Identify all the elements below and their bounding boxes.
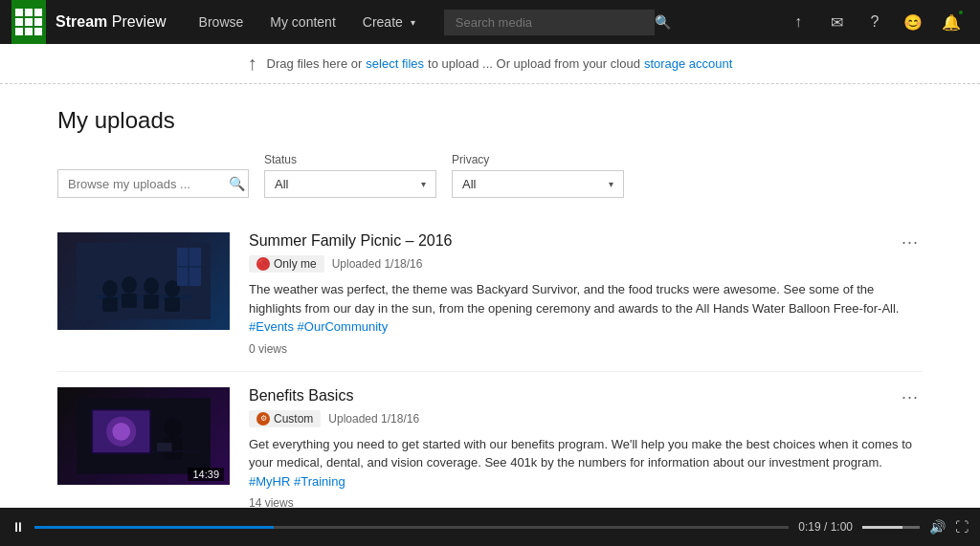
progress-track[interactable] xyxy=(34,526,789,529)
mail-icon-btn[interactable]: ✉ xyxy=(819,5,854,39)
fullscreen-button[interactable]: ⛶ xyxy=(955,519,969,535)
video-tags[interactable]: #Events #OurCommunity xyxy=(249,319,388,334)
chevron-down-icon: ▾ xyxy=(411,17,415,28)
nav-icons: ↑ ✉ ? 😊 🔔 xyxy=(781,5,969,39)
app-brand: Stream Preview xyxy=(56,13,167,31)
volume-fill xyxy=(862,526,902,529)
search-icon: 🔍 xyxy=(655,14,671,30)
video-views: 14 views xyxy=(249,496,923,508)
svg-point-2 xyxy=(102,280,118,297)
status-filter-group: Status All ▾ xyxy=(264,153,436,198)
privacy-badge: 🚫 Only me xyxy=(249,255,324,273)
search-uploads-box[interactable]: 🔍 xyxy=(57,169,249,198)
time-display: 0:19 / 1:00 xyxy=(798,520,853,534)
more-options-button[interactable]: ··· xyxy=(898,387,923,407)
video-tags[interactable]: #MyHR #Training xyxy=(249,474,345,489)
thumbnail-image xyxy=(77,243,211,319)
logo-grid xyxy=(15,9,42,35)
svg-rect-5 xyxy=(122,294,137,308)
play-pause-button[interactable]: ⏸ xyxy=(11,519,25,535)
svg-rect-3 xyxy=(102,297,118,312)
video-info: Summer Family Picnic – 2016 ··· 🚫 Only m… xyxy=(249,232,923,356)
search-bar: 🔍 xyxy=(444,10,766,35)
status-filter-value: All xyxy=(275,177,288,191)
navbar: Stream Preview Browse My content Create … xyxy=(0,0,980,44)
playback-bar: ⏸ 0:19 / 1:00 🔊 ⛶ xyxy=(0,508,980,546)
video-title[interactable]: Benefits Basics xyxy=(249,387,353,404)
svg-rect-9 xyxy=(165,297,180,312)
video-meta: ⚙ Custom Uploaded 1/18/16 xyxy=(249,410,923,427)
video-description: Get everything you need to get started w… xyxy=(249,435,923,491)
storage-account-link[interactable]: storage account xyxy=(644,56,733,71)
notifications-icon-btn[interactable]: 🔔 xyxy=(934,5,969,39)
progress-fill xyxy=(34,526,274,529)
svg-point-6 xyxy=(144,277,159,295)
chevron-down-icon: ▾ xyxy=(609,179,613,189)
video-thumbnail[interactable] xyxy=(57,232,230,330)
privacy-icon: ⚙ xyxy=(256,412,270,426)
main-content: My uploads 🔍 Status All ▾ Privacy All ▾ xyxy=(0,84,980,508)
privacy-filter-group: Privacy All ▾ xyxy=(452,153,624,198)
status-filter-select[interactable]: All ▾ xyxy=(264,170,436,198)
nav-create[interactable]: Create ▾ xyxy=(349,0,429,44)
video-title-row: Summer Family Picnic – 2016 ··· xyxy=(249,232,923,255)
upload-text-2: to upload ... Or upload from your cloud xyxy=(428,56,640,71)
app-logo[interactable] xyxy=(11,0,46,44)
privacy-filter-label: Privacy xyxy=(452,153,624,166)
status-filter-label: Status xyxy=(264,153,436,166)
select-files-link[interactable]: select files xyxy=(366,56,424,71)
svg-rect-21 xyxy=(157,443,172,451)
notification-dot xyxy=(957,9,965,16)
search-uploads-icon: 🔍 xyxy=(229,176,245,191)
privacy-filter-value: All xyxy=(462,177,476,191)
video-item: 14:39 Benefits Basics ··· ⚙ Custom Uploa… xyxy=(57,372,923,509)
upload-banner: ↑ Drag files here or select files to upl… xyxy=(0,44,980,84)
more-options-button[interactable]: ··· xyxy=(898,232,923,252)
upload-icon-btn[interactable]: ↑ xyxy=(781,5,815,39)
nav-my-content[interactable]: My content xyxy=(256,0,348,44)
video-meta: 🚫 Only me Uploaded 1/18/16 xyxy=(249,255,923,273)
chevron-down-icon: ▾ xyxy=(421,179,426,189)
privacy-filter-select[interactable]: All ▾ xyxy=(452,170,624,198)
video-info: Benefits Basics ··· ⚙ Custom Uploaded 1/… xyxy=(249,387,923,509)
search-input[interactable] xyxy=(444,10,655,35)
page-title: My uploads xyxy=(57,107,923,134)
thumbnail-image xyxy=(77,398,211,474)
upload-date: Uploaded 1/18/16 xyxy=(332,257,423,271)
video-thumbnail[interactable]: 14:39 xyxy=(57,387,230,485)
video-title[interactable]: Summer Family Picnic – 2016 xyxy=(249,232,453,250)
upload-text-1: Drag files here or xyxy=(267,56,363,71)
upload-date: Uploaded 1/18/16 xyxy=(328,412,419,426)
svg-rect-7 xyxy=(144,295,159,309)
upload-arrow-icon: ↑ xyxy=(248,53,257,75)
video-description: The weather was perfect, the theme was B… xyxy=(249,280,923,337)
nav-browse[interactable]: Browse xyxy=(186,0,257,44)
privacy-label: Only me xyxy=(274,257,317,271)
video-item: Summer Family Picnic – 2016 ··· 🚫 Only m… xyxy=(57,217,923,372)
emoji-icon-btn[interactable]: 😊 xyxy=(896,5,930,39)
privacy-badge: ⚙ Custom xyxy=(249,410,321,427)
duration-badge: 14:39 xyxy=(188,468,224,481)
privacy-icon: 🚫 xyxy=(256,257,270,271)
svg-point-18 xyxy=(165,418,183,437)
volume-icon[interactable]: 🔊 xyxy=(929,519,946,535)
svg-point-4 xyxy=(122,276,137,294)
filters-row: 🔍 Status All ▾ Privacy All ▾ xyxy=(57,153,923,198)
video-views: 0 views xyxy=(249,342,923,356)
video-list: Summer Family Picnic – 2016 ··· 🚫 Only m… xyxy=(57,217,923,508)
search-uploads-input[interactable] xyxy=(68,177,229,191)
privacy-label: Custom xyxy=(274,412,313,426)
video-title-row: Benefits Basics ··· xyxy=(249,387,923,410)
help-icon-btn[interactable]: ? xyxy=(858,5,892,39)
volume-slider[interactable] xyxy=(862,526,920,529)
svg-point-17 xyxy=(112,423,130,441)
